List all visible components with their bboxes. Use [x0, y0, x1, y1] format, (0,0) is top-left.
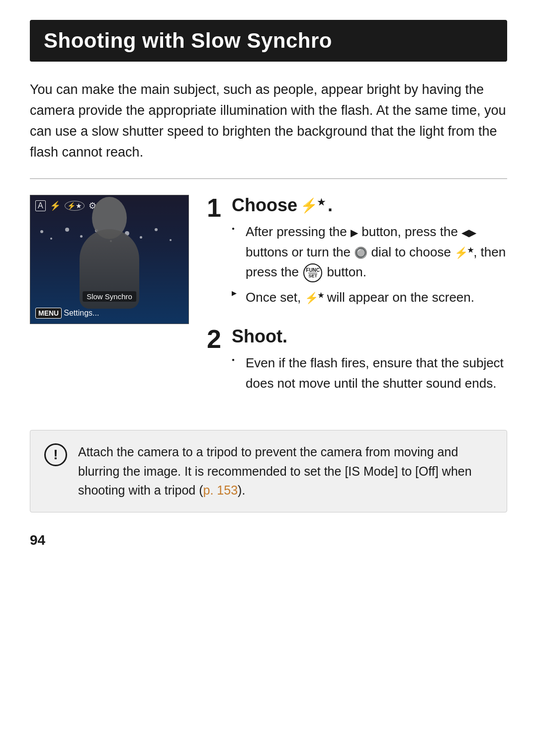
notice-icon: ! [44, 443, 67, 466]
step-1-bullet-2: Once set, ⚡★ will appear on the screen. [232, 287, 507, 307]
slow-sync-symbol-1: ⚡★ [300, 197, 325, 214]
main-content: A ⚡ ⚡★ ⚙ Slow Synchro MENU Settings... 1… [30, 195, 507, 412]
menu-settings-bar: MENU Settings... [35, 308, 99, 319]
notice-body-text: Attach the camera to a tripod to prevent… [78, 445, 472, 498]
step-1-bullet-1: After pressing the ▶ button, press the ◀… [232, 222, 507, 282]
page-title: Shooting with Slow Synchro [44, 29, 493, 53]
page-number: 94 [30, 532, 507, 548]
step-2-number: 2 [207, 326, 225, 352]
notice-link[interactable]: p. 153 [203, 483, 238, 497]
step-2: 2 Shoot. Even if the flash fires, ensure… [207, 326, 507, 398]
slow-sync-icon-top: ⚡★ [65, 201, 85, 211]
camera-top-icons: A ⚡ ⚡★ ⚙ [35, 200, 96, 211]
step-2-bullet-1: Even if the flash fires, ensure that the… [232, 353, 507, 393]
step-2-bullets: Even if the flash fires, ensure that the… [232, 353, 507, 393]
notice-box: ! Attach the camera to a tripod to preve… [30, 430, 507, 512]
step-1-title: Choose ⚡★. [232, 195, 507, 216]
step-1-bullets: After pressing the ▶ button, press the ◀… [232, 222, 507, 307]
func-set-button-icon: FUNCSET [303, 263, 322, 282]
step-2-title-text: Shoot. [232, 326, 287, 347]
step-1-number: 1 [207, 195, 225, 221]
step-2-content: Shoot. Even if the flash fires, ensure t… [232, 326, 507, 398]
mode-icon: A [35, 200, 46, 211]
step-1-period: . [328, 195, 333, 216]
steps-container: 1 Choose ⚡★. After pressing the ▶ button… [207, 195, 507, 412]
slow-sync-symbol-inline: ⚡★ [454, 247, 473, 259]
slow-sync-symbol-inline-2: ⚡★ [305, 292, 324, 304]
menu-badge: MENU [35, 308, 62, 319]
notice-text: Attach the camera to a tripod to prevent… [78, 442, 493, 500]
intro-text: You can make the main subject, such as p… [30, 80, 507, 163]
dial-icon: 🔘 [354, 245, 367, 261]
camera-screenshot: A ⚡ ⚡★ ⚙ Slow Synchro MENU Settings... [30, 195, 189, 324]
step-2-title: Shoot. [232, 326, 507, 347]
step-1-content: Choose ⚡★. After pressing the ▶ button, … [232, 195, 507, 312]
step-1-title-text: Choose [232, 195, 297, 216]
slow-synchro-label: Slow Synchro [83, 291, 136, 302]
title-bar: Shooting with Slow Synchro [30, 20, 507, 62]
flash-indicator: ⚡ [50, 200, 61, 211]
settings-text: Settings... [64, 309, 99, 318]
step-1: 1 Choose ⚡★. After pressing the ▶ button… [207, 195, 507, 312]
section-divider [30, 178, 507, 179]
right-arrow-icon: ▶ [351, 225, 358, 241]
left-right-arrows-icon: ◀▶ [461, 225, 476, 241]
